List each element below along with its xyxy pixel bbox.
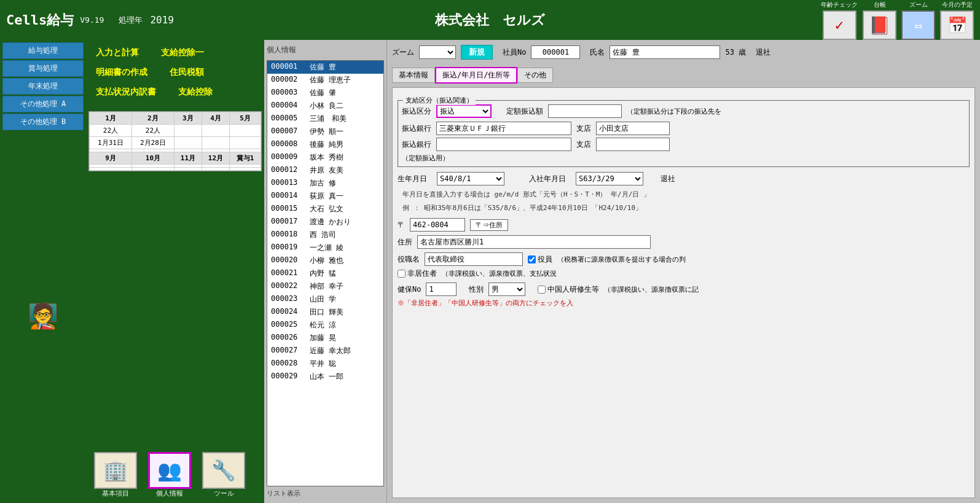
non-resident-checkbox-label[interactable]: 非居住者 <box>398 268 437 279</box>
tools-label: ツール <box>214 489 234 498</box>
employee-list-item[interactable]: 000018西 浩司 <box>267 228 383 241</box>
age-check-icon[interactable]: 年齢チェック ✓ <box>821 1 858 40</box>
emp-name: 近藤 幸太郎 <box>310 346 351 356</box>
employee-list-item[interactable]: 000023山田 学 <box>267 293 383 306</box>
zoom-icon[interactable]: ズーム ⇔ <box>901 1 935 40</box>
emp-name: 一之瀬 綾 <box>310 243 343 253</box>
employee-list-item[interactable]: 000003佐藤 肇 <box>267 87 383 99</box>
joindate-select[interactable]: S63/3/29 <box>576 172 643 185</box>
tools-box[interactable]: 🔧 <box>202 452 245 489</box>
tab-transfer[interactable]: 振込/年月日/住所等 <box>435 67 517 84</box>
emp-name-input[interactable] <box>610 45 720 59</box>
tab-basic-info[interactable]: 基本情報 <box>392 68 435 83</box>
calendar-box[interactable]: 📅 <box>940 10 974 40</box>
non-resident-checkbox[interactable] <box>398 270 406 278</box>
age-check-box[interactable]: ✓ <box>823 10 857 40</box>
cal-col-5: 5月 <box>229 112 261 125</box>
address-input[interactable] <box>417 235 651 249</box>
china-label: 中国人研修生等 <box>547 284 599 295</box>
employee-list-item[interactable]: 000004小林 良二 <box>267 99 383 112</box>
emp-name: 平井 聡 <box>310 359 336 369</box>
branch2-input[interactable] <box>596 138 670 151</box>
emp-no-input[interactable] <box>531 45 580 59</box>
sidebar-btn-yearend[interactable]: 年末処理 <box>2 78 84 95</box>
postal-convert-btn[interactable]: 〒⇒住所 <box>470 219 508 231</box>
menu-payment-breakdown[interactable]: 支払状況内訳書 <box>91 84 161 100</box>
sidebar-btn-bonus[interactable]: 賞与処理 <box>2 60 84 77</box>
seibetsu-select[interactable]: 男 女 <box>488 283 525 296</box>
menu-detail-create[interactable]: 明細書の作成 <box>91 64 152 80</box>
yakuin-checkbox[interactable] <box>528 255 536 263</box>
employee-list-item[interactable]: 000001佐藤 豊 <box>267 61 383 74</box>
year-value: 2019 <box>150 14 174 26</box>
emp-id: 000027 <box>271 346 305 356</box>
calendar-label: 今月の予定 <box>942 1 973 9</box>
employee-list-item[interactable]: 000024田口 輝美 <box>267 306 383 319</box>
bank2-input[interactable] <box>436 138 571 151</box>
employee-list-item[interactable]: 000029山本 一郎 <box>267 370 383 383</box>
role-row: 役職名 役員 （税務署に源泉徴収票を提出する場合の判 <box>398 252 970 266</box>
branch1-input[interactable] <box>596 122 670 135</box>
employee-list[interactable]: 000001佐藤 豊000002佐藤 理恵子000003佐藤 肇000004小林… <box>267 60 384 486</box>
new-button[interactable]: 新規 <box>461 45 493 60</box>
menu-resident-tax[interactable]: 住民税額 <box>165 64 209 80</box>
building-icon: 🏢 <box>103 459 128 482</box>
china-checkbox-label[interactable]: 中国人研修生等 <box>538 284 599 295</box>
employee-list-item[interactable]: 000015大石 弘文 <box>267 203 383 216</box>
sidebar-btn-other-b[interactable]: その他処理 B <box>2 114 84 130</box>
employee-list-item[interactable]: 000002佐藤 理恵子 <box>267 74 383 87</box>
emp-id: 000021 <box>271 268 305 279</box>
employee-list-item[interactable]: 000025松元 涼 <box>267 319 383 332</box>
employee-list-item[interactable]: 000020小柳 雅也 <box>267 254 383 267</box>
postal-input[interactable] <box>410 218 465 232</box>
employee-list-item[interactable]: 000022神部 幸子 <box>267 280 383 293</box>
emp-id: 000020 <box>271 255 305 266</box>
zoom-select[interactable] <box>419 45 456 59</box>
furikomi-kubun-select[interactable]: 振込 現金 <box>436 104 492 118</box>
employee-list-item[interactable]: 000027近藤 幸太郎 <box>267 345 383 357</box>
emp-id: 000009 <box>271 152 305 163</box>
menu-payslip[interactable]: 支給控除一 <box>156 45 209 61</box>
ledger-icon[interactable]: 台帳 📕 <box>863 1 896 40</box>
postal-row: 〒 〒⇒住所 <box>398 218 970 232</box>
employee-list-item[interactable]: 000019一之瀬 綾 <box>267 241 383 254</box>
bank1-input[interactable] <box>436 122 571 135</box>
ledger-box[interactable]: 📕 <box>863 10 896 40</box>
kihon-icon-btn[interactable]: 🏢 基本項目 <box>91 452 140 498</box>
employee-list-item[interactable]: 000026加藤 晃 <box>267 332 383 345</box>
employee-list-item[interactable]: 000005三浦 和美 <box>267 112 383 125</box>
employee-list-item[interactable]: 000012井原 友美 <box>267 164 383 177</box>
china-checkbox[interactable] <box>538 286 546 294</box>
employee-list-item[interactable]: 000008後藤 純男 <box>267 138 383 151</box>
birthday-select[interactable]: S40/8/1 <box>437 172 504 185</box>
calendar-section: 1月 2月 3月 4月 5月 22人 22人 <box>88 111 262 171</box>
kihon-box[interactable]: 🏢 <box>94 452 137 489</box>
menu-deduction[interactable]: 支給控除 <box>173 84 218 100</box>
zoom-box[interactable]: ⇔ <box>901 10 935 40</box>
personal-icon-btn[interactable]: 👥 個人情報 <box>145 452 194 498</box>
date-note2: 例 ： 昭和35年8月6日は「S35/8/6」、平成24年10月10日 「H24… <box>402 203 970 214</box>
employee-list-item[interactable]: 000009坂本 秀樹 <box>267 151 383 164</box>
employee-list-item[interactable]: 000007伊勢 順一 <box>267 125 383 138</box>
tools-icon-btn[interactable]: 🔧 ツール <box>199 452 248 498</box>
role-input[interactable] <box>425 252 523 266</box>
calendar-icon[interactable]: 今月の予定 📅 <box>940 1 974 40</box>
emp-name: 山本 一郎 <box>310 372 343 382</box>
kenko-input[interactable] <box>426 283 457 296</box>
employee-list-panel: 個人情報 000001佐藤 豊000002佐藤 理恵子000003佐藤 肇000… <box>264 40 387 503</box>
personal-box[interactable]: 👥 <box>148 452 191 489</box>
teigaku-input[interactable] <box>548 104 622 118</box>
date-row: 生年月日 S40/8/1 入社年月日 S63/3/29 退社 <box>398 172 970 185</box>
employee-list-item[interactable]: 000028平井 聡 <box>267 357 383 370</box>
sidebar-btn-other-a[interactable]: その他処理 A <box>2 96 84 112</box>
kenko-label: 健保No <box>398 284 421 295</box>
sidebar-btn-payroll[interactable]: 給与処理 <box>2 42 84 59</box>
menu-input-calc[interactable]: 入力と計算 <box>91 45 144 61</box>
emp-id: 000023 <box>271 294 305 305</box>
employee-list-item[interactable]: 000017渡邊 かおり <box>267 216 383 228</box>
yakuin-checkbox-label[interactable]: 役員 <box>528 254 552 265</box>
employee-list-item[interactable]: 000021内野 猛 <box>267 267 383 280</box>
employee-list-item[interactable]: 000014荻原 真一 <box>267 190 383 203</box>
employee-list-item[interactable]: 000013加古 修 <box>267 177 383 190</box>
tab-other[interactable]: その他 <box>517 68 553 83</box>
